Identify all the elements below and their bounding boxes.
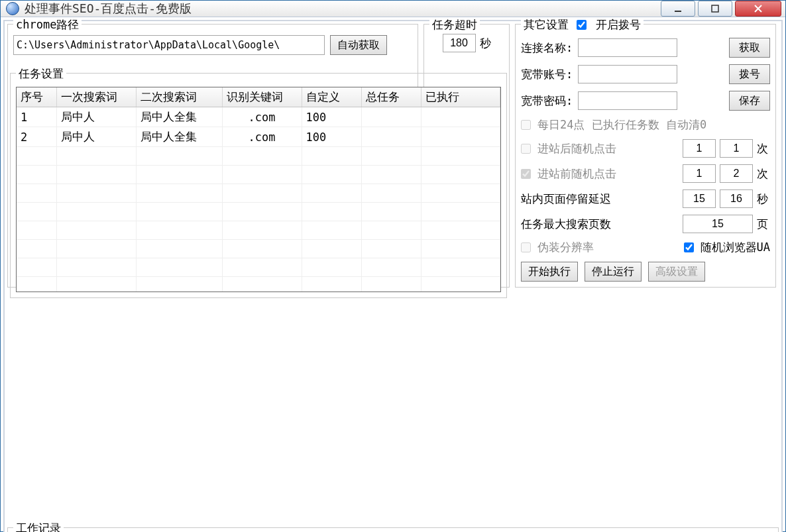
th-kw1[interactable]: 一次搜索词 — [56, 87, 136, 107]
tasks-group: 任务设置 序号 一次搜索词 二次搜索词 识别关键词 自定义 总任务 已执行 — [10, 73, 507, 298]
tasks-legend: 任务设置 — [16, 66, 66, 81]
app-window: 处理事件SEO-百度点击-免费版 chrome路径 自动获取 — [0, 0, 786, 532]
other-settings-column: 其它设置 开启拨号 连接名称: 获取 宽带账号: — [512, 21, 781, 290]
table-row-empty — [17, 221, 500, 240]
stay-delay-label: 站内页面停留延迟 — [521, 191, 679, 207]
th-no[interactable]: 序号 — [17, 87, 56, 107]
timeout-legend: 任务超时 — [429, 17, 480, 32]
max-pages-unit: 页 — [757, 217, 770, 232]
table-row-empty — [17, 240, 500, 258]
bb-account-label: 宽带账号: — [521, 67, 574, 82]
table-cell: 局中人 — [56, 127, 136, 147]
svg-rect-1 — [712, 5, 718, 12]
table-cell — [361, 127, 421, 147]
worklog-group: 工作记录 — [7, 527, 779, 532]
stop-button[interactable]: 停止运行 — [585, 262, 642, 282]
close-button[interactable] — [735, 1, 781, 17]
table-cell: .com — [222, 127, 302, 147]
enable-dial-label: 开启拨号 — [596, 18, 641, 31]
table-cell: 2 — [17, 127, 56, 147]
table-row-empty — [17, 184, 500, 203]
after-enter-unit: 次 — [757, 141, 770, 156]
timeout-unit: 秒 — [480, 36, 491, 51]
minimize-button[interactable] — [661, 1, 695, 17]
random-ua-label: 随机浏览器UA — [701, 240, 770, 255]
table-cell: 局中人全集 — [136, 127, 222, 147]
tasks-table: 序号 一次搜索词 二次搜索词 识别关键词 自定义 总任务 已执行 1局中人局中人… — [17, 87, 500, 292]
stay-delay-unit: 秒 — [757, 191, 770, 207]
th-rec[interactable]: 识别关键词 — [222, 87, 302, 107]
window-title: 处理事件SEO-百度点击-免费版 — [25, 1, 661, 17]
before-enter-unit: 次 — [757, 166, 770, 182]
before-enter-val1[interactable] — [683, 164, 716, 183]
maximize-button[interactable] — [698, 1, 732, 17]
client-area: chrome路径 自动获取 任务超时 秒 其它设置 — [3, 20, 783, 532]
table-row-empty — [17, 147, 500, 166]
other-settings-legend: 其它设置 开启拨号 — [521, 17, 644, 32]
table-cell: 100 — [302, 127, 361, 147]
random-ua-checkbox[interactable] — [684, 242, 694, 252]
table-row[interactable]: 2局中人局中人全集.com100 — [17, 127, 500, 147]
bb-account-input[interactable] — [578, 65, 677, 83]
auto-get-button[interactable]: 自动获取 — [330, 35, 387, 55]
daily24-checkbox[interactable] — [521, 120, 531, 130]
bb-pwd-label: 宽带密码: — [521, 93, 574, 109]
conn-name-input[interactable] — [578, 38, 677, 57]
bb-pwd-input[interactable] — [578, 91, 677, 110]
after-enter-label: 进站后随机点击 — [537, 141, 679, 156]
tasks-table-wrap: 序号 一次搜索词 二次搜索词 识别关键词 自定义 总任务 已执行 1局中人局中人… — [16, 87, 501, 292]
th-kw2[interactable]: 二次搜索词 — [136, 87, 222, 107]
before-enter-val2[interactable] — [720, 164, 753, 183]
close-icon — [754, 4, 763, 13]
app-icon — [6, 2, 19, 15]
table-row-empty — [17, 258, 500, 277]
table-row[interactable]: 1局中人局中人全集.com100 — [17, 107, 500, 127]
table-cell — [421, 107, 500, 127]
chrome-path-legend: chrome路径 — [13, 17, 82, 32]
table-row-empty — [17, 166, 500, 184]
table-cell: 局中人全集 — [136, 107, 222, 127]
save-conn-button[interactable]: 保存 — [729, 91, 770, 111]
table-cell: .com — [222, 107, 302, 127]
titlebar: 处理事件SEO-百度点击-免费版 — [1, 1, 785, 17]
before-enter-checkbox[interactable] — [521, 169, 531, 179]
start-button[interactable]: 开始执行 — [521, 262, 578, 282]
after-enter-val1[interactable] — [683, 139, 716, 158]
after-enter-checkbox[interactable] — [521, 144, 531, 154]
fake-res-checkbox[interactable] — [521, 242, 531, 252]
fake-res-label: 伪装分辨率 — [537, 240, 594, 255]
worklog-legend: 工作记录 — [13, 521, 64, 532]
max-pages-label: 任务最大搜索页数 — [521, 217, 679, 232]
table-cell: 1 — [17, 107, 56, 127]
dial-button[interactable]: 拨号 — [729, 64, 770, 84]
advanced-button[interactable]: 高级设置 — [648, 262, 705, 282]
minimize-icon — [673, 4, 683, 13]
table-row-empty — [17, 203, 500, 221]
table-row-empty — [17, 277, 500, 293]
chrome-path-input[interactable] — [13, 35, 325, 55]
other-legend-text: 其它设置 — [524, 17, 569, 32]
stay-delay-val1[interactable] — [683, 189, 716, 208]
enable-dial-checkbox[interactable] — [577, 20, 587, 30]
maximize-icon — [710, 4, 720, 13]
before-enter-label: 进站前随机点击 — [537, 166, 679, 182]
table-cell — [421, 127, 500, 147]
conn-name-label: 连接名称: — [521, 40, 574, 56]
max-pages-input[interactable] — [683, 215, 753, 233]
window-buttons — [661, 1, 781, 17]
table-cell: 局中人 — [56, 107, 136, 127]
get-conn-button[interactable]: 获取 — [729, 38, 770, 58]
after-enter-val2[interactable] — [720, 139, 753, 158]
th-custom[interactable]: 自定义 — [302, 87, 361, 107]
other-settings-group: 其它设置 开启拨号 连接名称: 获取 宽带账号: — [515, 24, 776, 288]
th-total[interactable]: 总任务 — [361, 87, 421, 107]
th-done[interactable]: 已执行 — [421, 87, 500, 107]
table-cell — [361, 107, 421, 127]
table-cell: 100 — [302, 107, 361, 127]
daily24-label: 每日24点 已执行任务数 自动清0 — [537, 117, 706, 133]
stay-delay-val2[interactable] — [720, 189, 753, 208]
timeout-input[interactable] — [443, 34, 476, 52]
